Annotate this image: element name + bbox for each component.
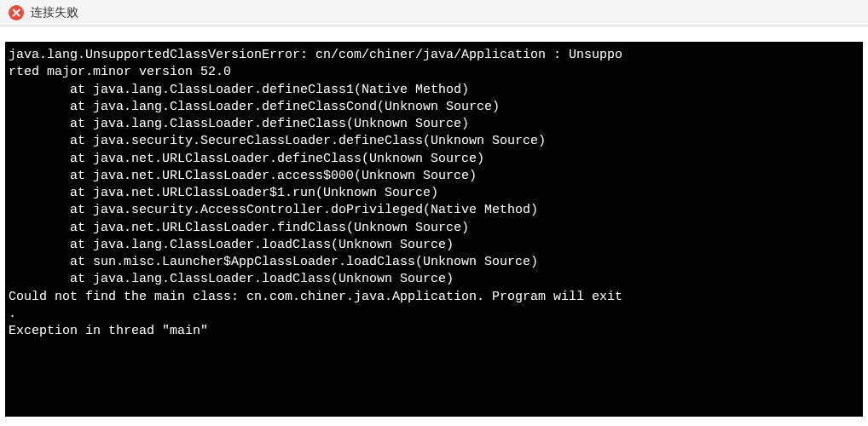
error-icon	[9, 5, 24, 20]
terminal-output: java.lang.UnsupportedClassVersionError: …	[5, 42, 863, 417]
dialog-title: 连接失败	[31, 5, 78, 20]
dialog-header: 连接失败	[0, 0, 868, 26]
